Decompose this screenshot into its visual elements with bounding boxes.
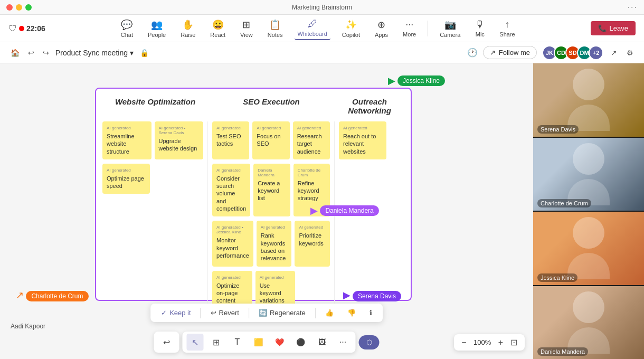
undo-nav-button[interactable]: ↩ xyxy=(26,46,36,59)
sticky-reach-out[interactable]: AI generated Reach out to relevant websi… xyxy=(339,121,386,159)
sticky-optimize[interactable]: AI generated Optimize page speed xyxy=(102,164,150,194)
keep-it-button[interactable]: ✓ Keep it xyxy=(157,307,195,319)
regenerate-icon: 🔄 xyxy=(259,309,267,317)
shield-icon: 🛡 xyxy=(8,24,17,33)
more-icon: ··· xyxy=(405,19,413,30)
whiteboard-icon: 🖊 xyxy=(308,18,317,30)
video-tile-serena[interactable]: Serena Davis xyxy=(533,63,644,137)
select-tool-button[interactable]: ↖ xyxy=(187,334,204,351)
sticky-upgrade[interactable]: AI generated • Serena Davis Upgrade webs… xyxy=(155,121,204,159)
cursor-arrow-charlotte: ↗ xyxy=(16,290,24,300)
meeting-name-display[interactable]: Product Sync meeting ▾ xyxy=(55,49,134,57)
charlotte-avatar-circle xyxy=(573,143,604,175)
copilot-icon: ✨ xyxy=(345,19,357,31)
leave-button[interactable]: 📞 Leave xyxy=(591,21,636,35)
react-icon: 😀 xyxy=(212,19,224,31)
sticky-test-seo[interactable]: AI generated Test SEO tactics xyxy=(212,121,249,159)
thumbs-down-button[interactable]: 👎 xyxy=(343,307,360,319)
zoom-out-button[interactable]: − xyxy=(459,337,468,348)
daniela-name-label: Daniela Mandera xyxy=(537,347,588,356)
more-options-icon[interactable]: ··· xyxy=(628,3,638,12)
settings-button[interactable]: ⚙ xyxy=(624,46,636,59)
title-bar: Marketing Brainstorm ··· xyxy=(0,0,644,15)
board-frame: Website Optimization SEO Execution Outre… xyxy=(95,88,412,301)
mic-tool[interactable]: 🎙 Mic xyxy=(472,17,488,40)
apps-tool[interactable]: ⊕ Apps xyxy=(372,17,391,40)
video-tile-daniela[interactable]: Daniela Mandera xyxy=(533,286,644,360)
react-tool[interactable]: 😀 React xyxy=(207,17,229,40)
seo-row-3: AI generated • Jessica Kline Monitor key… xyxy=(212,221,330,266)
camera-icon: 📷 xyxy=(444,19,456,31)
sticky-streamline[interactable]: AI generated Streamline website structur… xyxy=(102,121,151,159)
text-tool-button[interactable]: T xyxy=(229,334,246,351)
minimize-button[interactable] xyxy=(16,4,22,11)
divider xyxy=(428,21,428,36)
redo-nav-button[interactable]: ↪ xyxy=(41,46,51,59)
sticky-keyword-list[interactable]: Daniela Mandera Create a keyword list xyxy=(253,164,290,216)
share-nav-button[interactable]: ↗ xyxy=(609,46,619,59)
col-header-1: Website Optimization xyxy=(102,97,208,115)
view-tool[interactable]: ⊞ View xyxy=(237,17,256,40)
revert-button[interactable]: ↩ Revert xyxy=(206,307,243,319)
ai-copilot-button[interactable]: ⬡ xyxy=(359,335,380,349)
nav-bar: 🏠 ↩ ↪ Product Sync meeting ▾ 🔒 🕐 ↗ Follo… xyxy=(0,42,644,63)
jessica-name-label: Jessica Kline xyxy=(537,273,577,282)
sticky-focus-seo[interactable]: AI generated Focus on SEO xyxy=(252,121,289,159)
jessica-avatar-circle xyxy=(573,217,604,249)
col-website-opt: AI generated Streamline website structur… xyxy=(102,121,208,308)
follow-me-button[interactable]: ↗ Follow me xyxy=(483,46,537,59)
video-tile-charlotte[interactable]: Charlotte de Crum xyxy=(533,138,644,211)
sticky-tool-button[interactable]: 🟨 xyxy=(250,334,267,351)
regenerate-button[interactable]: 🔄 Regenerate xyxy=(254,307,310,319)
people-tool[interactable]: 👥 People xyxy=(145,17,169,40)
sticky-prioritize[interactable]: AI generated Prioritize keywords xyxy=(295,221,330,266)
whiteboard-tool[interactable]: 🖊 Whiteboard xyxy=(295,16,330,40)
avatar-overflow-count[interactable]: +2 xyxy=(589,45,603,60)
apps-icon: ⊕ xyxy=(377,19,385,31)
thumbs-up-button[interactable]: 👍 xyxy=(321,307,338,319)
camera-tool[interactable]: 📷 Camera xyxy=(437,17,463,40)
toolbar-left: 🛡 22:06 xyxy=(8,24,45,33)
sticky-monitor[interactable]: AI generated • Jessica Kline Monitor key… xyxy=(212,221,253,266)
nav-right: 🕐 ↗ Follow me JK CD SD DM +2 ↗ ⚙ xyxy=(467,45,636,60)
lock-button[interactable]: 🔒 xyxy=(138,46,151,59)
sticky-rank[interactable]: AI generated Rank keywords based on rele… xyxy=(257,221,292,266)
notes-tool[interactable]: 📋 Notes xyxy=(264,17,286,40)
whiteboard-area[interactable]: ▶ Jessica Kline Website Optimization SEO… xyxy=(0,63,533,359)
bottom-toolbar: ↩ ↖ ⊞ T 🟨 ❤️ ⚫ 🖼 ··· ⬡ xyxy=(154,332,380,353)
cursor-arrow-daniela: ▶ xyxy=(310,205,318,216)
action-divider-1 xyxy=(201,308,201,318)
more-tools-button[interactable]: ··· xyxy=(335,334,352,351)
share-tool[interactable]: ↑ Share xyxy=(496,17,518,40)
home-button[interactable]: 🏠 xyxy=(8,46,22,59)
multiselect-tool-button[interactable]: ⊞ xyxy=(208,334,225,351)
zoom-in-button[interactable]: + xyxy=(496,337,505,348)
collab-tool-button[interactable]: ⚫ xyxy=(292,334,309,351)
sticky-row-1: AI generated Streamline website structur… xyxy=(102,121,203,159)
clock-icon[interactable]: 🕐 xyxy=(467,48,478,58)
daniela-avatar-circle xyxy=(573,291,604,323)
more-tool[interactable]: ··· More xyxy=(400,17,419,40)
copilot-tool[interactable]: ✨ Copilot xyxy=(339,17,363,40)
maximize-button[interactable] xyxy=(25,4,32,11)
share-icon: ↑ xyxy=(505,19,509,30)
raise-tool[interactable]: ✋ Raise xyxy=(177,17,198,40)
heart-tool-button[interactable]: ❤️ xyxy=(271,334,288,351)
sticky-keyword-var[interactable]: AI generated Use keyword variations xyxy=(255,271,296,309)
raise-icon: ✋ xyxy=(182,19,194,31)
col-header-2: SEO Execution xyxy=(208,97,335,115)
info-button[interactable]: ℹ xyxy=(365,307,376,319)
notes-icon: 📋 xyxy=(269,19,281,31)
fit-button[interactable]: ⊡ xyxy=(508,336,519,348)
chat-tool[interactable]: 💬 Chat xyxy=(118,17,136,40)
close-button[interactable] xyxy=(6,4,13,11)
sticky-search-volume[interactable]: AI generated Consider search volume and … xyxy=(212,164,250,216)
sticky-onpage[interactable]: AI generated Optimize on-page content xyxy=(212,271,252,309)
sticky-research[interactable]: AI generated Research target audience xyxy=(293,121,330,159)
video-sidebar: Serena Davis Charlotte de Crum Jessica K… xyxy=(533,63,644,359)
image-tool-button[interactable]: 🖼 xyxy=(314,334,330,351)
video-tile-jessica[interactable]: Jessica Kline xyxy=(533,212,644,285)
main-content: ▶ Jessica Kline Website Optimization SEO… xyxy=(0,63,644,359)
action-bar: ✓ Keep it ↩ Revert 🔄 Regenerate 👍 👎 ℹ xyxy=(150,304,383,322)
undo-button[interactable]: ↩ xyxy=(158,334,175,351)
